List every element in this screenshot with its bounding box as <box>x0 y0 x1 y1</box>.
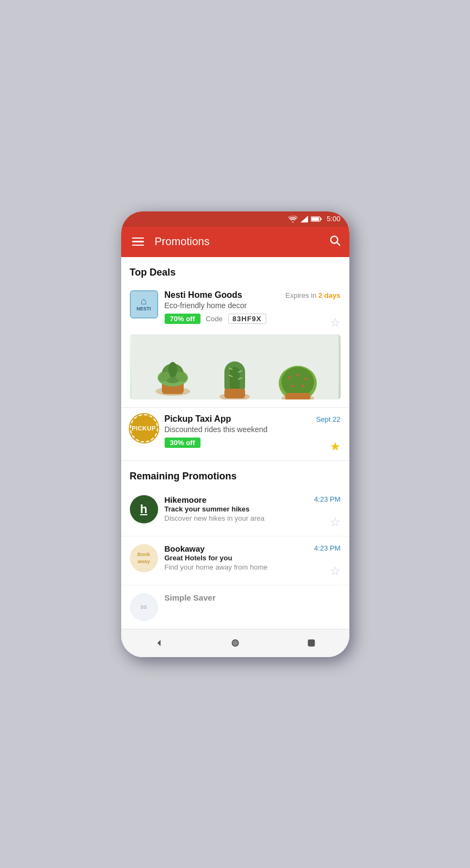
status-time: 5:00 <box>327 215 340 223</box>
pickup-info: Pickup Taxi App Discounted rides this we… <box>165 414 291 448</box>
hikemoore-name: Hikemoore <box>165 495 308 504</box>
app-bar: Promotions <box>121 227 349 257</box>
menu-button[interactable] <box>130 235 146 248</box>
remaining-promotions-header: Remaining Promotions <box>121 461 349 488</box>
svg-rect-33 <box>308 640 315 647</box>
pickup-discount: 30% off <box>165 438 200 448</box>
back-button[interactable] <box>143 632 176 654</box>
simplesaver-info: Simple Saver <box>165 593 341 603</box>
phone-frame: 5:00 Promotions Top Deals ⌂ NEST <box>121 211 349 657</box>
recents-button[interactable] <box>295 632 328 654</box>
bookaway-subtitle: Great Hotels for you <box>165 554 308 562</box>
hikemoore-time: 4:23 PM <box>314 495 340 503</box>
pickup-meta: 30% off <box>165 438 291 448</box>
bookaway-right: 4:23 PM ☆ <box>314 544 340 577</box>
pickup-name: Pickup Taxi App <box>165 414 291 424</box>
bookaway-name: Bookaway <box>165 544 308 553</box>
svg-point-23 <box>281 367 314 397</box>
bookaway-desc: Find your home away from home <box>165 563 308 571</box>
promo-item-bookaway[interactable]: Bookaway Bookaway Great Hotels for you F… <box>121 536 349 585</box>
promo-item-hikemoore[interactable]: h Hikemoore Track your summer hikes Disc… <box>121 488 349 536</box>
svg-point-28 <box>302 385 304 387</box>
nesti-right: Expires in 2 days ☆ <box>285 290 340 329</box>
app-title: Promotions <box>155 235 329 248</box>
pickup-logo: PICKUP <box>130 414 158 442</box>
svg-rect-30 <box>285 393 310 399</box>
nesti-code-value: 83HF9X <box>228 314 266 324</box>
status-icons: 5:00 <box>288 215 340 223</box>
pickup-desc: Discounted rides this weekend <box>165 425 291 434</box>
hikemoore-desc: Discover new hikes in your area <box>165 514 308 522</box>
svg-point-25 <box>297 374 299 376</box>
hikemoore-right: 4:23 PM ☆ <box>314 495 340 528</box>
svg-point-24 <box>289 377 291 379</box>
svg-rect-21 <box>224 389 245 398</box>
wifi-icon <box>288 215 298 223</box>
svg-point-26 <box>305 378 307 380</box>
nesti-info: Nesti Home Goods Eco-friendly home decor… <box>165 290 279 324</box>
bookaway-time: 4:23 PM <box>314 544 340 552</box>
plants-svg <box>130 334 341 399</box>
svg-rect-2 <box>321 218 322 220</box>
simplesaver-logo: SS <box>130 593 158 621</box>
nesti-desc: Eco-friendly home decor <box>165 301 279 310</box>
nesti-expiry-days: 2 days <box>318 291 340 299</box>
nesti-code-label: Code <box>206 315 223 323</box>
svg-point-32 <box>232 640 239 646</box>
search-button[interactable] <box>329 234 341 249</box>
promo-item-pickup[interactable]: PICKUP Pickup Taxi App Discounted rides … <box>121 408 349 461</box>
bottom-nav <box>121 629 349 657</box>
battery-icon <box>311 216 322 222</box>
svg-marker-0 <box>300 215 308 222</box>
svg-rect-3 <box>311 217 319 221</box>
promo-item-nesti[interactable]: ⌂ NESTI Nesti Home Goods Eco-friendly ho… <box>121 284 349 408</box>
nesti-star-button[interactable]: ☆ <box>325 316 341 329</box>
bookaway-star-button[interactable]: ☆ <box>325 564 341 577</box>
hikemoore-star-button[interactable]: ☆ <box>325 515 341 528</box>
content-area: Top Deals ⌂ NESTI Nesti Home Goods Eco-f… <box>121 257 349 629</box>
top-deals-header: Top Deals <box>121 257 349 284</box>
hikemoore-info: Hikemoore Track your summer hikes Discov… <box>165 495 308 522</box>
hikemoore-subtitle: Track your summer hikes <box>165 505 308 513</box>
bookaway-info: Bookaway Great Hotels for you Find your … <box>165 544 308 571</box>
nesti-expiry: Expires in 2 days <box>285 291 340 299</box>
nesti-product-image <box>130 334 341 399</box>
simplesaver-name: Simple Saver <box>165 593 341 602</box>
promo-item-simplesaver: SS Simple Saver <box>121 585 349 629</box>
pickup-date: Sept 22 <box>316 415 341 423</box>
bookaway-logo: Bookaway <box>130 544 158 572</box>
svg-marker-31 <box>157 640 160 646</box>
nesti-logo: ⌂ NESTI <box>130 290 158 319</box>
nesti-meta: 70% off Code 83HF9X <box>165 314 279 324</box>
status-bar: 5:00 <box>121 211 349 227</box>
pickup-star-button[interactable]: ★ <box>325 440 341 453</box>
hikemoore-logo: h <box>130 495 158 523</box>
svg-point-13 <box>168 362 177 377</box>
nesti-discount: 70% off <box>165 314 200 324</box>
signal-icon <box>300 215 308 223</box>
nesti-name: Nesti Home Goods <box>165 290 279 300</box>
svg-line-5 <box>337 242 340 245</box>
svg-point-27 <box>291 385 293 387</box>
pickup-right: Sept 22 ★ <box>297 414 341 453</box>
home-button[interactable] <box>219 632 252 654</box>
